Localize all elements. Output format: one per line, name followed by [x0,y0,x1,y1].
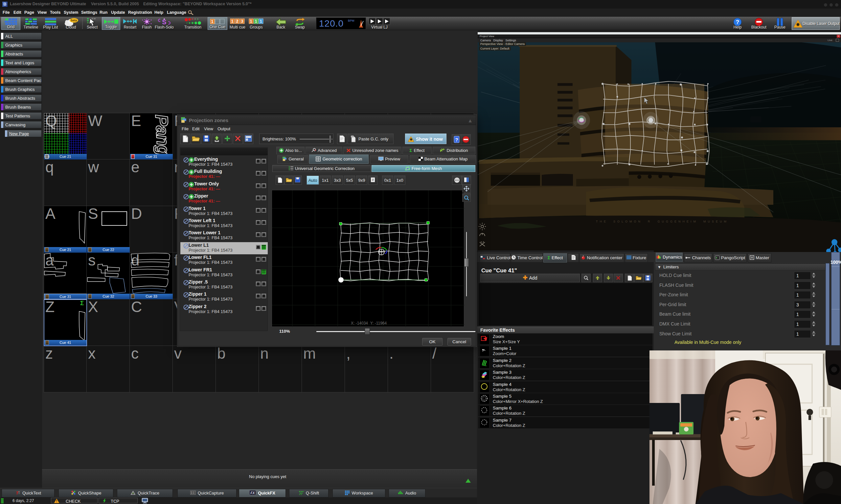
svg-text:1: 1 [255,19,257,24]
svg-text:1: 1 [231,19,234,24]
svg-text:✱: ✱ [409,138,412,141]
svg-text:1: 1 [211,19,213,24]
svg-text:?: ? [736,19,739,25]
svg-text:#: # [372,178,374,182]
svg-text:2: 2 [236,19,239,24]
svg-text:1: 1 [250,19,252,24]
svg-text:1: 1 [260,19,262,24]
svg-text:T: T [16,490,19,495]
svg-text:3: 3 [241,19,243,24]
svg-text:?: ? [455,137,458,142]
svg-text:Σ: Σ [80,300,84,306]
svg-text:beta: beta [71,19,78,22]
svg-text:FX: FX [251,491,255,495]
svg-text:!: ! [56,499,57,503]
